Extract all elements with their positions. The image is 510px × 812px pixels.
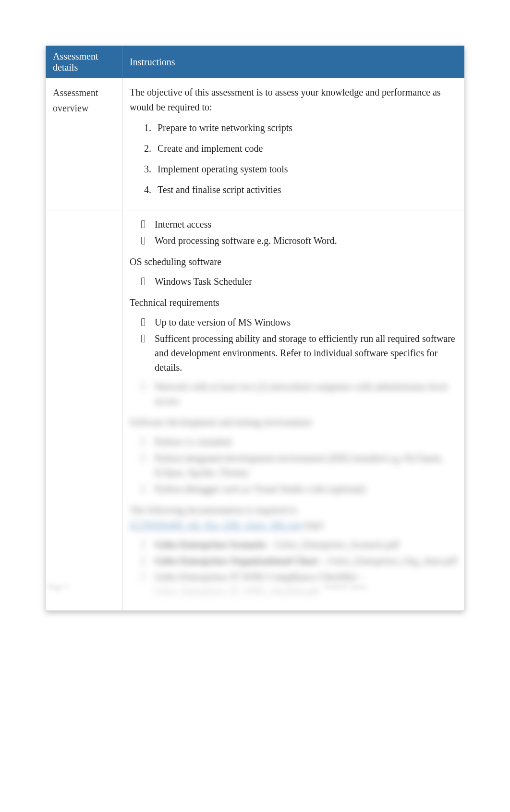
- footer-student-name: Student name:: [324, 582, 464, 591]
- table-header-row: Assessment details Instructions: [46, 46, 464, 78]
- document-page: Assessment details Instructions Assessme…: [0, 0, 510, 611]
- resources-row: Internet access Word processing software…: [46, 210, 464, 611]
- scheduling-list: Windows Task Scheduler: [130, 274, 457, 289]
- blurred-para-text: The following documentation is required …: [130, 505, 297, 515]
- technical-list: Up to date version of MS Windows Suffice…: [130, 315, 457, 375]
- blurred-link: ICTNWK409_AE_Pro_2SR_Appx_SR1.zip: [130, 520, 301, 530]
- footer-page-number: Page 2: [46, 582, 69, 591]
- list-item: Up to date version of MS Windows: [141, 315, 457, 329]
- list-item: Internet access: [141, 217, 457, 231]
- resources-label-empty: [46, 210, 123, 611]
- header-instructions: Instructions: [123, 46, 464, 78]
- overview-content: The objective of this assessment is to a…: [123, 78, 464, 210]
- overview-row: Assessment overview The objective of thi…: [46, 78, 464, 210]
- list-item: Network with at least two (2) networked …: [141, 379, 457, 408]
- list-item: Implement operating system tools: [154, 162, 457, 177]
- file-bold: Gelos Enterprises Scenario: [155, 539, 266, 550]
- list-item: Gelos Enterprises Scenario – Gelos_Enter…: [141, 537, 457, 552]
- scheduling-heading: OS scheduling software: [130, 255, 457, 269]
- list-item: Python integrated development environmen…: [141, 451, 457, 480]
- page-footer: Page 2 Student name:: [46, 582, 464, 591]
- list-item: Word processing software e.g. Microsoft …: [141, 233, 457, 248]
- file-rest: – Gelos_Enterprises_Scenario.pdf: [266, 539, 399, 550]
- technical-heading: Technical requirements: [130, 295, 457, 310]
- list-item: Windows Task Scheduler: [141, 274, 457, 289]
- top-bullet-list: Internet access Word processing software…: [130, 217, 457, 248]
- list-item: Python debugger such as Visual Studio co…: [141, 482, 457, 496]
- list-item: Prepare to write networking scripts: [154, 121, 457, 135]
- list-item: Gelos Enterprises Organisational Chart –…: [141, 554, 457, 568]
- blurred-content: Network with at least two (2) networked …: [130, 379, 457, 599]
- blurred-list-1: Network with at least two (2) networked …: [130, 379, 457, 408]
- header-assessment-details: Assessment details: [46, 46, 123, 78]
- list-item: Python 3.x installed: [141, 435, 457, 449]
- overview-intro: The objective of this assessment is to a…: [130, 85, 457, 115]
- list-item: Sufficent processing ability and storage…: [141, 331, 457, 375]
- overview-label: Assessment overview: [46, 78, 123, 210]
- file-bold: Gelos Enterprises IT WHS Compliance Chec…: [155, 572, 357, 582]
- blurred-list-2: Python 3.x installed Python integrated d…: [130, 435, 457, 496]
- list-item: Create and implement code: [154, 141, 457, 156]
- list-item: Test and finalise script activities: [154, 182, 457, 197]
- file-rest: – Gelos_Enterprises_Org_chart.pdf: [318, 556, 457, 566]
- overview-list: Prepare to write networking scripts Crea…: [130, 121, 457, 197]
- assessment-table: Assessment details Instructions Assessme…: [46, 46, 464, 611]
- blurred-suffix: (zip):: [301, 520, 324, 530]
- resources-content: Internet access Word processing software…: [123, 210, 464, 611]
- blurred-para: The following documentation is required …: [130, 503, 457, 533]
- blurred-heading: Software development and testing environ…: [130, 415, 457, 430]
- file-bold: Gelos Enterprises Organisational Chart: [155, 556, 318, 566]
